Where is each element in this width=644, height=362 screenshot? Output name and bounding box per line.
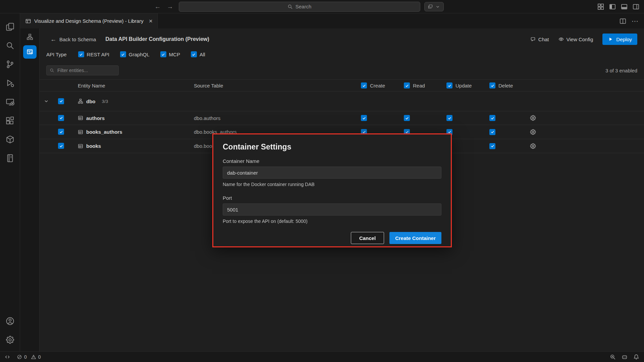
nav-arrows: ← → [155, 3, 173, 10]
delete-checkbox[interactable] [489, 115, 495, 121]
sidebar-item-search[interactable] [0, 36, 20, 55]
sidebar-item-account[interactable] [0, 312, 20, 330]
create-container-button[interactable]: Create Container [389, 232, 441, 244]
deploy-button[interactable]: Deploy [602, 34, 637, 45]
tool-dab-config[interactable] [23, 45, 37, 59]
column-entity-name: Entity Name [69, 83, 194, 88]
group-checkbox[interactable] [58, 98, 64, 104]
chevron-down-icon [435, 4, 440, 9]
update-checkbox[interactable] [446, 115, 452, 121]
play-icon [608, 37, 613, 42]
forward-arrow-icon[interactable]: → [167, 3, 173, 10]
sidebar-item-library[interactable] [0, 149, 20, 168]
chat-icon [530, 37, 536, 42]
extensions-icon [6, 116, 14, 125]
table-icon [78, 143, 83, 149]
create-all-checkbox[interactable] [361, 82, 367, 88]
graphql-checkbox[interactable] [120, 51, 126, 57]
column-create: Create [358, 82, 401, 88]
update-all-checkbox[interactable] [446, 82, 452, 88]
page-title: Data API Builder Configuration (Preview) [105, 36, 209, 42]
read-checkbox[interactable] [404, 115, 410, 121]
container-name-field[interactable] [223, 167, 441, 179]
api-type-mcp[interactable]: MCP [160, 51, 180, 57]
tab-title: Visualize and Design Schema (Preview) - … [34, 18, 144, 24]
sidebar-item-source-control[interactable] [0, 55, 20, 74]
filter-row: 3 of 3 enabled [40, 61, 644, 79]
zoom-icon[interactable] [610, 354, 616, 360]
copilot-icon[interactable] [622, 354, 628, 360]
api-type-graphql[interactable]: GraphQL [120, 51, 150, 57]
bell-icon[interactable] [633, 354, 639, 360]
entity-name: authors [86, 115, 105, 121]
group-name: dbo [86, 99, 96, 104]
create-checkbox[interactable] [361, 115, 367, 121]
api-type-rest[interactable]: REST API [78, 51, 109, 57]
table-icon [78, 115, 83, 121]
row-checkbox[interactable] [58, 129, 64, 135]
sidebar-item-remote-explorer[interactable] [0, 93, 20, 111]
column-delete: Delete [487, 82, 529, 88]
remote-indicator[interactable] [5, 354, 10, 360]
cancel-button[interactable]: Cancel [351, 232, 384, 244]
view-config-button[interactable]: View Config [558, 37, 593, 42]
dialog-buttons: Cancel Create Container [223, 232, 441, 244]
entity-settings-gear-icon[interactable] [530, 115, 536, 121]
titlebar: ← → Search [0, 0, 644, 13]
mcp-checkbox[interactable] [160, 51, 166, 57]
rest-api-checkbox[interactable] [78, 51, 84, 57]
customize-layout-icon[interactable] [597, 3, 604, 10]
row-checkbox[interactable] [58, 143, 64, 149]
dialog-title: Container Settings [223, 142, 441, 152]
source-control-icon [6, 60, 14, 69]
close-icon[interactable]: × [149, 18, 153, 24]
settings-gear-icon [6, 336, 14, 344]
read-all-checkbox[interactable] [404, 82, 410, 88]
chat-button[interactable]: Chat [530, 37, 549, 42]
entity-settings-gear-icon[interactable] [530, 129, 536, 135]
sidebar-item-explorer[interactable] [0, 17, 20, 36]
table-row-authors: authors dbo.authors [40, 111, 644, 125]
chevron-down-icon[interactable] [40, 99, 53, 104]
back-arrow-icon[interactable]: ← [155, 3, 161, 10]
sidebar-item-settings[interactable] [0, 330, 20, 349]
remote-explorer-icon [6, 98, 14, 106]
tool-schema-designer[interactable] [23, 31, 37, 43]
errors-count: 0 [24, 354, 27, 360]
titlebar-pill[interactable] [424, 2, 444, 11]
delete-all-checkbox[interactable] [489, 82, 495, 88]
search-input[interactable]: Search [179, 2, 420, 12]
remote-icon [5, 354, 10, 360]
problems-indicator[interactable]: 0 0 [17, 354, 41, 360]
toggle-primary-sidebar-icon[interactable] [609, 3, 616, 10]
read-column-label: Read [413, 83, 425, 88]
activity-bar [0, 13, 20, 351]
source-table: dbo.authors [194, 115, 358, 121]
sidebar-item-run-debug[interactable] [0, 74, 20, 93]
graphql-label: GraphQL [129, 52, 150, 57]
errors-icon [17, 354, 22, 360]
back-to-schema-link[interactable]: ← Back to Schema [50, 36, 96, 43]
all-label: All [200, 52, 205, 57]
sidebar-item-database[interactable] [0, 130, 20, 149]
port-field[interactable] [223, 203, 441, 216]
filter-entities-input[interactable] [57, 67, 115, 73]
split-editor-icon[interactable] [620, 18, 626, 24]
all-checkbox[interactable] [191, 51, 197, 57]
back-arrow-icon: ← [50, 36, 56, 43]
layers-icon [428, 4, 433, 9]
table-icon [78, 129, 83, 135]
delete-checkbox[interactable] [489, 143, 495, 149]
toggle-panel-icon[interactable] [621, 3, 628, 10]
delete-checkbox[interactable] [489, 129, 495, 135]
update-column-label: Update [455, 83, 472, 88]
more-actions-icon[interactable]: ⋯ [632, 17, 639, 25]
api-type-all[interactable]: All [191, 51, 205, 57]
toggle-secondary-sidebar-icon[interactable] [633, 3, 639, 10]
sidebar-item-extensions[interactable] [0, 111, 20, 130]
tab-visualize-schema[interactable]: Visualize and Design Schema (Preview) - … [20, 13, 158, 28]
delete-column-label: Delete [498, 83, 513, 88]
rest-api-label: REST API [87, 52, 109, 57]
row-checkbox[interactable] [58, 115, 64, 121]
entity-settings-gear-icon[interactable] [530, 143, 536, 149]
